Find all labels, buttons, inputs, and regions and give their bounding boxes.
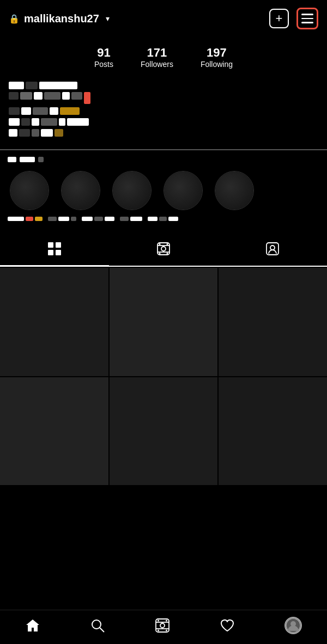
separator — [0, 149, 327, 150]
menu-bar-3 — [301, 22, 313, 23]
photo-grid — [0, 268, 327, 485]
tagged-icon — [265, 242, 280, 256]
avatar — [284, 617, 302, 634]
nav-reels[interactable] — [155, 618, 170, 633]
svg-point-17 — [160, 623, 165, 628]
bottom-nav — [0, 610, 327, 644]
username: mallikanshu27 — [24, 13, 99, 25]
plus-icon: + — [276, 13, 283, 24]
lock-icon: 🔒 — [9, 14, 20, 24]
nav-profile[interactable] — [284, 617, 302, 634]
svg-point-14 — [92, 620, 101, 629]
highlight-2[interactable] — [59, 171, 102, 210]
grid-icon — [47, 242, 62, 256]
highlight-circle-3 — [112, 171, 152, 210]
svg-point-21 — [166, 620, 167, 622]
nav-search[interactable] — [90, 618, 105, 633]
svg-point-10 — [159, 253, 161, 254]
highlight-circle-5 — [215, 171, 254, 210]
highlight-3[interactable] — [110, 171, 154, 210]
highlight-circle-2 — [61, 171, 100, 210]
followers-label: Followers — [141, 60, 173, 69]
nav-home[interactable] — [25, 618, 40, 633]
profile-info — [0, 77, 327, 148]
svg-point-11 — [167, 253, 168, 254]
tab-reels[interactable] — [109, 237, 218, 260]
tab-tagged[interactable] — [218, 237, 327, 260]
content-tabs — [0, 232, 327, 267]
posts-label: Posts — [94, 60, 113, 69]
following-label: Following — [201, 60, 233, 69]
svg-rect-2 — [48, 250, 53, 255]
posts-stat[interactable]: 91 Posts — [94, 46, 113, 69]
svg-point-5 — [161, 247, 166, 251]
svg-point-13 — [270, 246, 275, 250]
grid-cell-1[interactable] — [0, 268, 108, 376]
reels-icon — [156, 242, 171, 256]
highlight-1[interactable] — [8, 171, 51, 210]
stats-row: 91 Posts 171 Followers 197 Following — [0, 35, 327, 77]
highlight-circle-1 — [10, 171, 49, 210]
highlights-scroll[interactable] — [0, 168, 327, 213]
search-icon — [90, 618, 105, 633]
highlight-circle-4 — [164, 171, 203, 210]
grid-cell-6[interactable] — [219, 377, 327, 486]
reels-nav-icon — [155, 618, 170, 633]
highlight-5[interactable] — [213, 171, 256, 210]
svg-point-22 — [158, 630, 159, 631]
tab-grid[interactable] — [0, 237, 109, 260]
grid-cell-3[interactable] — [219, 268, 327, 376]
grid-cell-5[interactable] — [110, 377, 218, 486]
highlight-4[interactable] — [161, 171, 205, 210]
menu-button[interactable] — [296, 8, 318, 29]
header: 🔒 mallikanshu27 ▾ + — [0, 0, 327, 35]
heart-icon — [220, 618, 235, 633]
menu-bar-2 — [301, 18, 313, 20]
svg-rect-1 — [56, 242, 61, 248]
followers-count: 171 — [147, 46, 167, 60]
following-count: 197 — [207, 46, 227, 60]
add-content-button[interactable]: + — [269, 9, 289, 28]
highlights-area — [0, 151, 327, 230]
followers-stat[interactable]: 171 Followers — [141, 46, 173, 69]
header-right: + — [269, 8, 318, 29]
header-left: 🔒 mallikanshu27 ▾ — [9, 13, 110, 25]
grid-cell-2[interactable] — [110, 268, 218, 376]
svg-rect-3 — [56, 250, 61, 255]
menu-bar-1 — [301, 14, 313, 15]
svg-line-15 — [100, 628, 104, 632]
svg-point-23 — [166, 630, 167, 631]
svg-point-8 — [159, 243, 161, 245]
svg-point-9 — [167, 243, 168, 245]
posts-count: 91 — [97, 46, 110, 60]
svg-point-20 — [158, 620, 159, 622]
following-stat[interactable]: 197 Following — [201, 46, 233, 69]
svg-rect-0 — [48, 242, 53, 248]
grid-cell-4[interactable] — [0, 377, 108, 486]
home-icon — [25, 618, 40, 633]
nav-activity[interactable] — [220, 618, 235, 633]
chevron-down-icon[interactable]: ▾ — [106, 14, 110, 23]
